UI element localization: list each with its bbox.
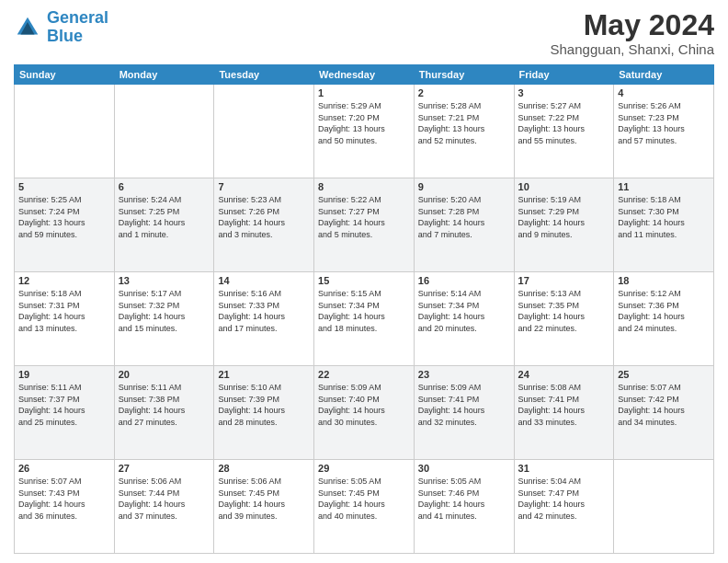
calendar-day-cell: 7Sunrise: 5:23 AM Sunset: 7:26 PM Daylig… [214, 178, 314, 272]
day-number: 16 [418, 275, 510, 286]
calendar-week-row: 26Sunrise: 5:07 AM Sunset: 7:43 PM Dayli… [15, 460, 714, 554]
calendar-day-cell: 25Sunrise: 5:07 AM Sunset: 7:42 PM Dayli… [614, 366, 714, 460]
day-number: 14 [218, 275, 310, 286]
calendar-week-row: 1Sunrise: 5:29 AM Sunset: 7:20 PM Daylig… [15, 85, 714, 178]
calendar-week-row: 5Sunrise: 5:25 AM Sunset: 7:24 PM Daylig… [15, 178, 714, 272]
calendar-day-cell: 1Sunrise: 5:29 AM Sunset: 7:20 PM Daylig… [314, 85, 415, 178]
calendar-day-cell: 21Sunrise: 5:10 AM Sunset: 7:39 PM Dayli… [214, 366, 314, 460]
day-info: Sunrise: 5:25 AM Sunset: 7:24 PM Dayligh… [18, 194, 110, 240]
day-number: 19 [18, 369, 110, 380]
calendar-week-row: 12Sunrise: 5:18 AM Sunset: 7:31 PM Dayli… [15, 272, 714, 366]
weekday-header: Thursday [414, 65, 514, 85]
calendar-day-cell: 31Sunrise: 5:04 AM Sunset: 7:47 PM Dayli… [514, 460, 614, 554]
logo-icon [14, 14, 41, 41]
day-info: Sunrise: 5:08 AM Sunset: 7:41 PM Dayligh… [518, 382, 610, 428]
logo-text: General Blue [47, 9, 108, 46]
day-number: 26 [18, 463, 110, 474]
calendar-day-cell [214, 85, 314, 178]
day-number: 30 [418, 463, 510, 474]
calendar-day-cell: 15Sunrise: 5:15 AM Sunset: 7:34 PM Dayli… [314, 272, 415, 366]
calendar-day-cell: 4Sunrise: 5:26 AM Sunset: 7:23 PM Daylig… [614, 85, 714, 178]
day-number: 22 [318, 369, 410, 380]
calendar-day-cell: 14Sunrise: 5:16 AM Sunset: 7:33 PM Dayli… [214, 272, 314, 366]
day-number: 11 [618, 181, 710, 192]
day-info: Sunrise: 5:28 AM Sunset: 7:21 PM Dayligh… [418, 100, 510, 146]
weekday-header: Wednesday [314, 65, 415, 85]
day-info: Sunrise: 5:12 AM Sunset: 7:36 PM Dayligh… [618, 288, 710, 334]
day-info: Sunrise: 5:04 AM Sunset: 7:47 PM Dayligh… [518, 476, 610, 522]
day-number: 8 [318, 181, 410, 192]
header: General Blue May 2024 Shangguan, Shanxi,… [14, 9, 714, 57]
day-info: Sunrise: 5:05 AM Sunset: 7:46 PM Dayligh… [418, 476, 510, 522]
day-number: 10 [518, 181, 610, 192]
weekday-header: Monday [114, 65, 214, 85]
calendar-day-cell: 6Sunrise: 5:24 AM Sunset: 7:25 PM Daylig… [114, 178, 214, 272]
calendar-day-cell: 8Sunrise: 5:22 AM Sunset: 7:27 PM Daylig… [314, 178, 415, 272]
calendar-day-cell: 23Sunrise: 5:09 AM Sunset: 7:41 PM Dayli… [414, 366, 514, 460]
day-number: 25 [618, 369, 710, 380]
day-info: Sunrise: 5:20 AM Sunset: 7:28 PM Dayligh… [418, 194, 510, 240]
day-number: 23 [418, 369, 510, 380]
day-info: Sunrise: 5:26 AM Sunset: 7:23 PM Dayligh… [618, 100, 710, 146]
calendar-day-cell: 16Sunrise: 5:14 AM Sunset: 7:34 PM Dayli… [414, 272, 514, 366]
day-number: 5 [18, 181, 110, 192]
day-info: Sunrise: 5:22 AM Sunset: 7:27 PM Dayligh… [318, 194, 410, 240]
day-number: 7 [218, 181, 310, 192]
page: General Blue May 2024 Shangguan, Shanxi,… [0, 0, 728, 563]
weekday-header: Friday [514, 65, 614, 85]
day-number: 31 [518, 463, 610, 474]
day-number: 6 [119, 181, 210, 192]
day-number: 21 [218, 369, 310, 380]
calendar-day-cell [614, 460, 714, 554]
calendar: SundayMondayTuesdayWednesdayThursdayFrid… [14, 64, 714, 554]
calendar-day-cell: 9Sunrise: 5:20 AM Sunset: 7:28 PM Daylig… [414, 178, 514, 272]
day-info: Sunrise: 5:10 AM Sunset: 7:39 PM Dayligh… [218, 382, 310, 428]
day-info: Sunrise: 5:06 AM Sunset: 7:44 PM Dayligh… [119, 476, 210, 522]
calendar-day-cell: 10Sunrise: 5:19 AM Sunset: 7:29 PM Dayli… [514, 178, 614, 272]
calendar-day-cell: 27Sunrise: 5:06 AM Sunset: 7:44 PM Dayli… [114, 460, 214, 554]
calendar-header-row: SundayMondayTuesdayWednesdayThursdayFrid… [15, 65, 714, 85]
day-number: 29 [318, 463, 410, 474]
day-info: Sunrise: 5:06 AM Sunset: 7:45 PM Dayligh… [218, 476, 310, 522]
calendar-day-cell: 20Sunrise: 5:11 AM Sunset: 7:38 PM Dayli… [114, 366, 214, 460]
calendar-day-cell: 24Sunrise: 5:08 AM Sunset: 7:41 PM Dayli… [514, 366, 614, 460]
calendar-day-cell: 3Sunrise: 5:27 AM Sunset: 7:22 PM Daylig… [514, 85, 614, 178]
calendar-day-cell: 2Sunrise: 5:28 AM Sunset: 7:21 PM Daylig… [414, 85, 514, 178]
day-info: Sunrise: 5:15 AM Sunset: 7:34 PM Dayligh… [318, 288, 410, 334]
day-info: Sunrise: 5:23 AM Sunset: 7:26 PM Dayligh… [218, 194, 310, 240]
day-info: Sunrise: 5:11 AM Sunset: 7:37 PM Dayligh… [18, 382, 110, 428]
day-info: Sunrise: 5:09 AM Sunset: 7:40 PM Dayligh… [318, 382, 410, 428]
weekday-header: Sunday [15, 65, 115, 85]
day-info: Sunrise: 5:07 AM Sunset: 7:42 PM Dayligh… [618, 382, 710, 428]
calendar-day-cell: 17Sunrise: 5:13 AM Sunset: 7:35 PM Dayli… [514, 272, 614, 366]
logo-line1: General [47, 8, 108, 27]
weekday-header: Saturday [614, 65, 714, 85]
day-number: 24 [518, 369, 610, 380]
day-info: Sunrise: 5:11 AM Sunset: 7:38 PM Dayligh… [119, 382, 210, 428]
calendar-day-cell [114, 85, 214, 178]
day-number: 20 [119, 369, 210, 380]
calendar-day-cell: 30Sunrise: 5:05 AM Sunset: 7:46 PM Dayli… [414, 460, 514, 554]
title-block: May 2024 Shangguan, Shanxi, China [551, 9, 714, 57]
day-number: 12 [18, 275, 110, 286]
day-number: 18 [618, 275, 710, 286]
day-info: Sunrise: 5:18 AM Sunset: 7:31 PM Dayligh… [18, 288, 110, 334]
location-subtitle: Shangguan, Shanxi, China [551, 41, 714, 57]
day-info: Sunrise: 5:07 AM Sunset: 7:43 PM Dayligh… [18, 476, 110, 522]
day-info: Sunrise: 5:13 AM Sunset: 7:35 PM Dayligh… [518, 288, 610, 334]
day-info: Sunrise: 5:09 AM Sunset: 7:41 PM Dayligh… [418, 382, 510, 428]
day-number: 4 [618, 87, 710, 98]
weekday-header: Tuesday [214, 65, 314, 85]
calendar-day-cell: 5Sunrise: 5:25 AM Sunset: 7:24 PM Daylig… [15, 178, 115, 272]
logo: General Blue [14, 9, 108, 46]
day-info: Sunrise: 5:05 AM Sunset: 7:45 PM Dayligh… [318, 476, 410, 522]
month-title: May 2024 [551, 9, 714, 41]
day-number: 3 [518, 87, 610, 98]
calendar-day-cell: 12Sunrise: 5:18 AM Sunset: 7:31 PM Dayli… [15, 272, 115, 366]
calendar-day-cell: 19Sunrise: 5:11 AM Sunset: 7:37 PM Dayli… [15, 366, 115, 460]
calendar-day-cell: 13Sunrise: 5:17 AM Sunset: 7:32 PM Dayli… [114, 272, 214, 366]
day-number: 28 [218, 463, 310, 474]
day-info: Sunrise: 5:14 AM Sunset: 7:34 PM Dayligh… [418, 288, 510, 334]
day-info: Sunrise: 5:17 AM Sunset: 7:32 PM Dayligh… [119, 288, 210, 334]
day-number: 17 [518, 275, 610, 286]
